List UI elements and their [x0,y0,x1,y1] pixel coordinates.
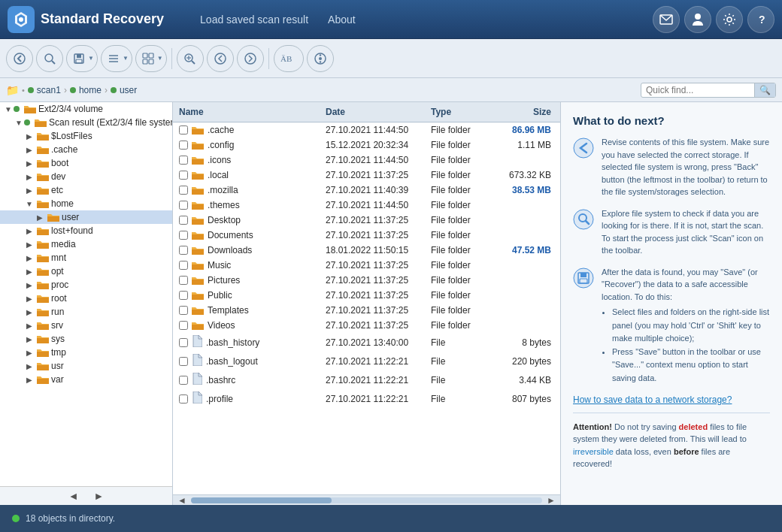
file-row[interactable]: Desktop27.10.2021 11:37:25File folder [173,213,560,228]
file-row[interactable]: .themes27.10.2021 11:44:50File folder [173,198,560,213]
breadcrumb-home[interactable]: home [79,85,102,95]
settings-button[interactable] [716,6,743,33]
nav-about[interactable]: About [322,11,362,29]
filter-button[interactable]: ÄB [274,45,304,72]
tree-expand-ext234-volume[interactable]: ▼ [3,104,14,114]
file-row[interactable]: .bash_logout27.10.2021 11:22:21File220 b… [173,352,560,370]
file-row[interactable]: .bash_history27.10.2021 13:40:00File8 by… [173,333,560,352]
tree-item-etc[interactable]: ▶ etc [0,183,172,197]
tree-expand-run[interactable]: ▶ [24,307,35,317]
tree-item-dev[interactable]: ▶ dev [0,170,172,183]
file-row[interactable]: Pictures27.10.2021 11:37:25File folder [173,273,560,288]
tree-expand-mnt[interactable]: ▶ [24,252,35,263]
file-row[interactable]: .local27.10.2021 11:37:25File folder673.… [173,168,560,183]
tree-expand-sys[interactable]: ▶ [24,334,35,344]
file-checkbox[interactable] [179,394,188,404]
file-checkbox[interactable] [179,261,188,270]
file-row[interactable]: .bashrc27.10.2021 11:22:21File3.44 KB [173,370,560,389]
tree-expand-usr[interactable]: ▶ [24,361,35,371]
quick-find-input[interactable] [641,83,754,97]
tree-expand-media[interactable]: ▶ [24,239,35,249]
tree-item-usr[interactable]: ▶ usr [0,359,172,373]
tree-item-ext234-volume[interactable]: ▼ Ext2/3/4 volume [0,102,172,116]
help-button[interactable]: ? [747,6,774,33]
tree-item-root[interactable]: ▶ root [0,292,172,305]
more-options-button[interactable] [307,45,334,72]
file-checkbox[interactable] [179,357,188,366]
quick-find-button[interactable]: 🔍 [754,83,775,97]
tree-item-opt[interactable]: ▶ opt [0,264,172,278]
tree-item-srv[interactable]: ▶ srv [0,319,172,332]
tree-item-tmp[interactable]: ▶ tmp [0,346,172,359]
tree-expand-boot[interactable]: ▶ [24,158,35,168]
tree-item-var[interactable]: ▶ var [0,373,172,386]
tree-item-scan-result[interactable]: ▼ Scan result (Ext2/3/4 file system; 8..… [0,116,172,129]
file-row[interactable]: Music27.10.2021 11:37:25File folder [173,258,560,273]
col-header-size[interactable]: Size [493,105,560,119]
tree-expand-lost-found[interactable]: ▶ [24,225,35,236]
file-checkbox[interactable] [179,231,188,240]
tree-item-user[interactable]: ▶ user [0,210,172,224]
breadcrumb-user[interactable]: user [120,85,137,95]
file-checkbox[interactable] [179,186,188,195]
tree-expand-var[interactable]: ▶ [24,374,35,385]
file-row[interactable]: Public27.10.2021 11:37:25File folder [173,288,560,303]
file-row[interactable]: .icons27.10.2021 11:44:50File folder [173,153,560,168]
file-checkbox[interactable] [179,338,188,347]
file-checkbox[interactable] [179,376,188,385]
file-checkbox[interactable] [179,216,188,225]
tree-expand-home[interactable]: ▼ [24,198,35,209]
tree-expand-lost-files[interactable]: ▶ [24,131,35,141]
tree-expand-scan-result[interactable]: ▼ [14,117,24,128]
col-header-date[interactable]: Date [320,105,425,119]
tree-expand-proc[interactable]: ▶ [24,280,35,290]
file-checkbox[interactable] [179,141,188,150]
tree-item-media[interactable]: ▶ media [0,237,172,251]
file-checkbox[interactable] [179,201,188,210]
file-row[interactable]: Videos27.10.2021 11:37:25File folder [173,318,560,333]
file-scroll-track[interactable] [191,497,542,503]
tree-expand-root[interactable]: ▶ [24,293,35,304]
file-checkbox[interactable] [179,246,188,255]
tree-expand-srv[interactable]: ▶ [24,320,35,331]
file-checkbox[interactable] [179,321,188,330]
network-storage-link[interactable]: How to save data to a network storage? [573,394,732,405]
tree-item-sys[interactable]: ▶ sys [0,332,172,346]
col-header-type[interactable]: Type [425,105,493,119]
tree-item-lost-files[interactable]: ▶ $LostFiles [0,129,172,143]
messages-button[interactable] [653,6,680,33]
tree-expand-dev[interactable]: ▶ [24,171,35,182]
file-row[interactable]: .mozilla27.10.2021 11:40:39File folder38… [173,183,560,198]
file-row[interactable]: .config15.12.2021 20:32:34File folder1.1… [173,138,560,153]
tree-item-home[interactable]: ▼ home [0,197,172,210]
tree-item-boot[interactable]: ▶ boot [0,156,172,170]
tree-item-proc[interactable]: ▶ proc [0,278,172,292]
account-button[interactable] [684,6,711,33]
file-checkbox[interactable] [179,306,188,315]
file-checkbox[interactable] [179,291,188,300]
file-checkbox[interactable] [179,276,188,285]
prev-button[interactable] [207,45,234,72]
tree-expand-etc[interactable]: ▶ [24,185,35,195]
find-button[interactable] [177,45,204,72]
file-row[interactable]: Templates27.10.2021 11:37:25File folder [173,303,560,318]
preview-button[interactable]: ▼ [135,45,167,72]
file-row[interactable]: .cache27.10.2021 11:44:50File folder86.9… [173,122,560,138]
file-row[interactable]: Downloads18.01.2022 11:50:15File folder4… [173,243,560,258]
tree-expand-user[interactable]: ▶ [35,212,45,222]
tree-expand-tmp[interactable]: ▶ [24,347,35,358]
tree-scroll-right[interactable]: ► [94,490,105,502]
tree-scroll-left[interactable]: ◄ [68,490,79,502]
next-button[interactable] [237,45,264,72]
breadcrumb-scan1[interactable]: scan1 [37,85,61,95]
file-row[interactable]: Documents27.10.2021 11:37:25File folder [173,228,560,243]
file-checkbox[interactable] [179,156,188,165]
tree-item-lost-found[interactable]: ▶ lost+found [0,224,172,237]
file-row[interactable]: .profile27.10.2021 11:22:21File807 bytes [173,389,560,408]
tree-item-cache[interactable]: ▶ .cache [0,143,172,156]
back-button[interactable] [6,45,33,72]
file-checkbox[interactable] [179,171,188,180]
nav-load-scan[interactable]: Load saved scan result [194,11,314,29]
tree-expand-cache[interactable]: ▶ [24,144,35,155]
view-button[interactable]: ▼ [101,45,132,72]
